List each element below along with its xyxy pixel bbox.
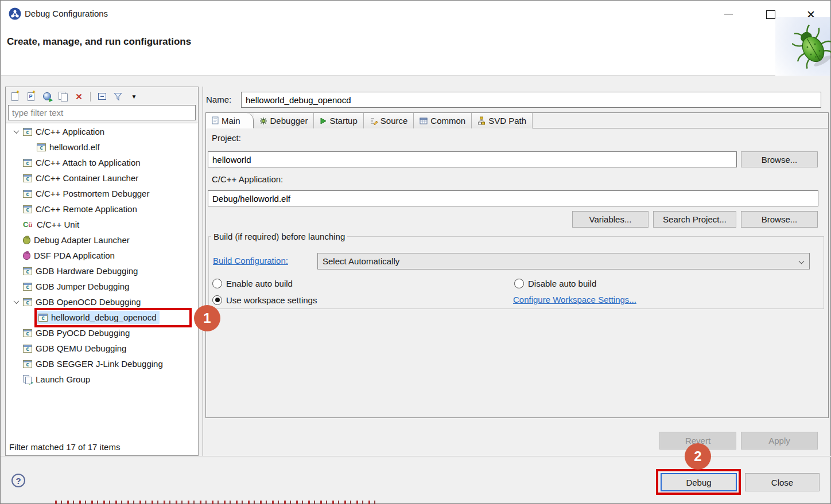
debug-configurations-dialog: Debug Configurations Create, manage, and…: [0, 0, 831, 504]
combo-value: Select Automatically: [323, 256, 399, 266]
new-launch-configuration-icon: [11, 92, 18, 101]
tree-item-gdb-hardware[interactable]: GDB Hardware Debugging: [6, 263, 198, 279]
use-workspace-settings-option[interactable]: Use workspace settings: [212, 294, 317, 306]
combo-chevron-icon: [799, 259, 805, 264]
toolbar-separator: [90, 92, 91, 101]
annotation-badge-step1: 1: [194, 305, 220, 331]
chevron-down-icon[interactable]: [13, 298, 19, 304]
dialog-header: Debug Configurations Create, manage, and…: [1, 1, 830, 76]
minimize-icon: [724, 14, 733, 15]
export-launch-configurations-button[interactable]: [40, 90, 53, 103]
project-browse-button[interactable]: Browse...: [741, 151, 818, 167]
tree-item-label: helloworld.elf: [49, 142, 100, 152]
delete-icon: ✕: [75, 92, 83, 101]
annotation-box-step1: [34, 308, 192, 327]
tree-item-gdb-openocd[interactable]: GDB OpenOCD Debugging: [6, 294, 198, 310]
new-launch-configuration-button[interactable]: [8, 90, 21, 103]
build-group-legend: Build (if required) before launching: [211, 232, 347, 241]
tree-item-cpp-attach[interactable]: C/C++ Attach to Application: [6, 155, 198, 170]
tree-item-label: GDB SEGGER J-Link Debugging: [36, 359, 163, 369]
tree-item-helloworld-elf[interactable]: helloworld.elf: [6, 139, 198, 155]
tree-item-label: GDB OpenOCD Debugging: [36, 297, 141, 307]
tree-item-label: Launch Group: [36, 374, 90, 384]
tree-item-debug-adapter-launcher[interactable]: Debug Adapter Launcher: [6, 232, 198, 248]
filter-button[interactable]: [111, 90, 125, 103]
c-app-icon: [23, 283, 32, 291]
project-input[interactable]: [208, 151, 737, 167]
annotation-badge-step2: 2: [685, 443, 711, 470]
tab-startup[interactable]: Startup: [314, 113, 363, 128]
variables-button[interactable]: Variables...: [572, 211, 649, 228]
tab-common[interactable]: Common: [414, 113, 472, 128]
tree-item-label: DSF PDA Application: [34, 251, 115, 260]
build-configuration-combo[interactable]: Select Automatically: [317, 253, 810, 269]
delete-launch-configuration-button[interactable]: ✕: [72, 90, 86, 103]
filter-status-text: Filter matched 17 of 17 items: [9, 442, 120, 452]
tab-debugger[interactable]: Debugger: [254, 113, 314, 128]
c-app-icon: [23, 190, 32, 198]
collapse-all-button[interactable]: [95, 90, 108, 103]
export-icon: [43, 92, 51, 100]
minimize-button[interactable]: [720, 7, 737, 22]
maximize-icon: [766, 10, 775, 19]
disable-auto-build-option[interactable]: Disable auto build: [514, 278, 596, 289]
filter-input[interactable]: [8, 105, 196, 120]
table-icon: [420, 117, 428, 125]
panel-divider[interactable]: [203, 87, 203, 456]
c-app-icon: [23, 345, 32, 353]
application-browse-button[interactable]: Browse...: [741, 211, 818, 228]
search-project-button[interactable]: Search Project...: [653, 211, 736, 228]
c-app-icon: [23, 329, 32, 337]
tab-main[interactable]: Main: [206, 113, 254, 128]
tab-label: Debugger: [270, 116, 308, 126]
name-input[interactable]: [241, 92, 821, 108]
apply-button[interactable]: Apply: [741, 432, 818, 450]
close-button[interactable]: Close: [745, 473, 820, 491]
filter-funnel-icon: [114, 92, 122, 101]
application-input[interactable]: [208, 190, 818, 206]
c-app-icon: [37, 143, 46, 151]
duplicate-icon: [59, 92, 68, 101]
tree-item-label: GDB Jumper Debugging: [36, 282, 129, 291]
tree-item-gdb-segger[interactable]: GDB SEGGER J-Link Debugging: [6, 356, 198, 372]
tree-item-launch-group[interactable]: ▶ Launch Group: [6, 372, 198, 387]
project-label: Project:: [212, 133, 241, 143]
tree-item-gdb-pyocd[interactable]: GDB PyOCD Debugging: [6, 325, 198, 341]
c-app-icon: [23, 174, 32, 182]
tree-item-label: C/C++ Container Launcher: [36, 173, 138, 183]
build-configuration-link[interactable]: Build Configuration:: [213, 256, 288, 265]
tree-item-label: C/C++ Unit: [37, 220, 79, 229]
bug-banner-image: [792, 22, 831, 76]
chevron-down-icon[interactable]: [13, 128, 19, 134]
radio-label: Disable auto build: [528, 279, 596, 288]
help-button[interactable]: ?: [11, 474, 25, 487]
bug-icon: [23, 252, 30, 260]
duplicate-launch-configuration-button[interactable]: [56, 90, 69, 103]
tab-strip: Main Debugger Startup Source Common SVD …: [206, 113, 828, 128]
tree-item-cpp-unit[interactable]: Cü C/C++ Unit: [6, 217, 198, 232]
view-menu-button[interactable]: ▼: [127, 90, 141, 103]
tree-item-label: GDB QEMU Debugging: [36, 343, 126, 353]
debug-configurations-icon: [9, 7, 21, 22]
new-prototype-button[interactable]: P: [24, 90, 37, 103]
tree-item-gdb-jumper[interactable]: GDB Jumper Debugging: [6, 279, 198, 294]
tree-item-cpp-application[interactable]: C/C++ Application: [6, 124, 198, 139]
enable-auto-build-option[interactable]: Enable auto build: [212, 278, 293, 289]
tab-label: Source: [380, 116, 408, 126]
startup-play-icon: [320, 118, 327, 124]
tree-item-cpp-remote[interactable]: C/C++ Remote Application: [6, 201, 198, 217]
tab-svd-path[interactable]: SVD Path: [472, 113, 533, 128]
disable-auto-build-radio[interactable]: [514, 279, 524, 288]
enable-auto-build-radio[interactable]: [212, 279, 222, 288]
tree-item-cpp-container[interactable]: C/C++ Container Launcher: [6, 170, 198, 186]
tab-source[interactable]: Source: [364, 113, 414, 128]
tree-item-label: Debug Adapter Launcher: [34, 235, 130, 245]
tree-item-dsf-pda[interactable]: DSF PDA Application: [6, 248, 198, 263]
tree-item-cpp-postmortem[interactable]: C/C++ Postmortem Debugger: [6, 186, 198, 201]
sidebar-toolbar-area: P ✕ ▼: [6, 87, 198, 123]
tree-item-gdb-qemu[interactable]: GDB QEMU Debugging: [6, 341, 198, 356]
annotation-box-step2: [656, 469, 741, 495]
configure-workspace-settings-link[interactable]: Configure Workspace Settings...: [513, 295, 636, 304]
collapse-all-icon: [98, 93, 106, 100]
use-workspace-settings-radio[interactable]: [212, 295, 222, 305]
